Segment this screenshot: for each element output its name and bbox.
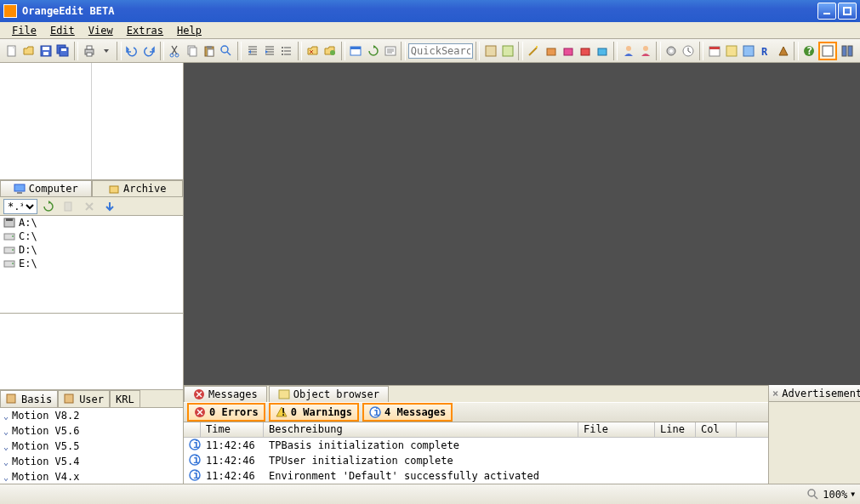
misc2-icon[interactable]: [741, 42, 757, 60]
col-file[interactable]: File: [578, 422, 655, 437]
drive-item[interactable]: D:\: [0, 243, 183, 257]
indent-right-icon[interactable]: [262, 42, 278, 60]
find-icon[interactable]: [219, 42, 235, 60]
tool-b-icon[interactable]: [499, 42, 515, 60]
message-row[interactable]: i 11:42:46 TPBasis initialization comple…: [184, 438, 768, 453]
cut-icon[interactable]: [167, 42, 183, 60]
svg-point-19: [221, 46, 228, 53]
tab-messages[interactable]: Messages: [184, 386, 267, 402]
message-row[interactable]: i 11:42:46 TPUser initialization complet…: [184, 453, 768, 468]
col-time[interactable]: Time: [201, 422, 264, 437]
robot-icon[interactable]: R: [758, 42, 774, 60]
person1-icon[interactable]: [620, 42, 636, 60]
undo-icon[interactable]: [124, 42, 140, 60]
titlebar: OrangeEdit BETA: [0, 0, 860, 22]
editor-canvas[interactable]: [184, 63, 860, 385]
browser-icon: [278, 388, 290, 400]
menu-extras[interactable]: Extras: [120, 25, 170, 37]
basis-item[interactable]: ⌄Motion V5.4: [0, 454, 183, 469]
copy-icon[interactable]: [185, 42, 201, 60]
drive-down-icon[interactable]: [100, 197, 119, 216]
basis-item[interactable]: ⌄Motion V8.2: [0, 408, 183, 423]
basis-item[interactable]: ⌄Motion V4.x: [0, 469, 183, 484]
svg-rect-45: [823, 46, 833, 56]
help-icon[interactable]: ?: [801, 42, 817, 60]
chevron-down-icon: ⌄: [3, 442, 9, 451]
layout-split-icon[interactable]: [838, 42, 857, 60]
basis-item[interactable]: ⌄Motion V5.5: [0, 439, 183, 454]
window2-icon[interactable]: [382, 42, 398, 60]
zoom-icon[interactable]: [807, 489, 819, 501]
open-file-icon[interactable]: [20, 42, 37, 60]
menu-edit[interactable]: Edit: [43, 25, 82, 37]
misc1-icon[interactable]: [724, 42, 740, 60]
filter-errors-button[interactable]: 0 Errors: [187, 403, 265, 422]
tab-computer[interactable]: Computer: [0, 180, 92, 196]
filter-messages-button[interactable]: i 4 Messages: [362, 403, 453, 422]
zoom-dropdown-icon[interactable]: ▼: [851, 490, 855, 498]
folder1-icon[interactable]: [305, 42, 321, 60]
drive-item[interactable]: C:\: [0, 229, 183, 243]
calendar-icon[interactable]: [706, 42, 722, 60]
layout-single-icon[interactable]: [818, 42, 837, 60]
drive-refresh-icon[interactable]: [39, 197, 58, 216]
refresh-icon[interactable]: [365, 42, 381, 60]
filter-warnings-button[interactable]: ! 0 Warnings: [269, 403, 359, 422]
col-desc[interactable]: Beschreibung: [264, 422, 578, 437]
gear-icon[interactable]: [664, 42, 680, 60]
tab-basis[interactable]: Basis: [0, 390, 58, 407]
col-col[interactable]: Col: [696, 422, 737, 437]
box2-icon[interactable]: [560, 42, 576, 60]
new-file-icon[interactable]: [3, 42, 20, 60]
drive-item[interactable]: A:\: [0, 216, 183, 229]
svg-rect-10: [87, 46, 92, 49]
menu-file[interactable]: File: [5, 25, 43, 37]
tab-krl[interactable]: KRL: [110, 390, 140, 407]
clock-icon[interactable]: [681, 42, 697, 60]
ad-title: Advertisement: [782, 388, 860, 399]
ad-close-button[interactable]: ×: [772, 388, 778, 399]
person2-icon[interactable]: [637, 42, 653, 60]
print-icon[interactable]: [81, 42, 97, 60]
save-all-icon[interactable]: [54, 42, 71, 60]
redo-icon[interactable]: [141, 42, 157, 60]
drive-item[interactable]: E:\: [0, 257, 183, 270]
indent-list-icon[interactable]: [279, 42, 295, 60]
minimize-button[interactable]: [817, 3, 836, 20]
svg-rect-61: [65, 394, 73, 403]
message-grid[interactable]: Time Beschreibung File Line Col i 11:42:…: [184, 422, 768, 484]
tab-archive[interactable]: Archive: [92, 180, 184, 196]
box1-icon[interactable]: [543, 42, 559, 60]
message-row[interactable]: i 11:42:46 Environment 'Default' success…: [184, 468, 768, 484]
tool-a-icon[interactable]: [482, 42, 498, 60]
quicksearch-input[interactable]: [408, 43, 473, 59]
misc3-icon[interactable]: [775, 42, 791, 60]
left-sidebar: Computer Archive *.* A:\ C:\ D:\ E:\ Bas…: [0, 63, 184, 484]
box3-icon[interactable]: [577, 42, 593, 60]
save-icon[interactable]: [37, 42, 54, 60]
maximize-button[interactable]: [838, 3, 857, 20]
folder2-icon[interactable]: [322, 42, 338, 60]
info-icon: i: [189, 469, 201, 481]
doc-icon: [6, 394, 18, 405]
col-line[interactable]: Line: [655, 422, 696, 437]
zoom-level[interactable]: 100%: [823, 489, 847, 501]
chevron-down-icon: ⌄: [3, 427, 9, 436]
indent-left-icon[interactable]: [244, 42, 260, 60]
box4-icon[interactable]: [594, 42, 610, 60]
svg-point-55: [12, 235, 14, 237]
tab-user[interactable]: User: [58, 390, 110, 407]
basis-item[interactable]: ⌄Motion V5.6: [0, 423, 183, 439]
chevron-down-icon: ⌄: [3, 457, 9, 467]
tab-objectbrowser[interactable]: Object browser: [269, 386, 389, 402]
menu-view[interactable]: View: [82, 25, 120, 37]
window1-icon[interactable]: [348, 42, 364, 60]
menu-help[interactable]: Help: [170, 25, 208, 37]
toolbar: R ?: [0, 39, 860, 63]
wand-icon[interactable]: [526, 42, 542, 60]
print-dropdown-icon[interactable]: [98, 42, 114, 60]
svg-text:R: R: [761, 46, 768, 58]
paste-icon[interactable]: [202, 42, 218, 60]
svg-point-20: [282, 47, 283, 48]
drive-filter-select[interactable]: *.*: [3, 199, 37, 214]
